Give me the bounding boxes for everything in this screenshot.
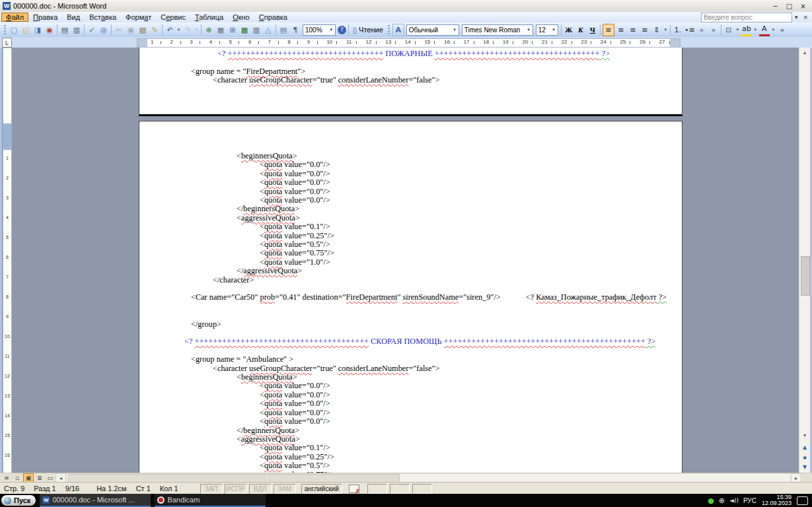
document-line[interactable]: <quota value="0.75"/> xyxy=(139,249,682,257)
vertical-ruler[interactable]: 12345678910111213141516 xyxy=(3,48,12,474)
document-line[interactable]: <quota value="0.0"/> xyxy=(139,160,682,169)
save-icon[interactable]: ◨ xyxy=(32,24,43,36)
previous-page-icon[interactable]: ▲ xyxy=(799,442,810,452)
font-color-dropdown-icon[interactable]: ▾ xyxy=(771,24,776,36)
task-word[interactable]: W000000.doc - Microsoft ... xyxy=(40,494,151,507)
document-line[interactable]: </beginnersQuota> xyxy=(139,426,682,435)
toolbar-grip[interactable] xyxy=(4,25,6,35)
document-line[interactable] xyxy=(139,347,682,355)
scroll-down-icon[interactable]: ▾ xyxy=(799,430,810,440)
document-line[interactable]: <quota value="0.0"/> xyxy=(139,391,682,399)
undo-dropdown-icon[interactable]: ▾ xyxy=(176,24,181,36)
align-left-icon[interactable]: ≡ xyxy=(603,24,614,36)
volume-tray-icon[interactable]: ◄)) xyxy=(729,497,739,504)
network-tray-icon[interactable]: ⊕ xyxy=(719,496,725,505)
increase-indent-icon[interactable]: » xyxy=(708,24,719,36)
select-browse-object-icon[interactable]: ● xyxy=(799,452,810,462)
spelling-status-icon[interactable] xyxy=(349,485,359,493)
menu-вид[interactable]: Вид xyxy=(62,13,85,22)
scroll-up-icon[interactable]: ▴ xyxy=(799,48,810,57)
vertical-scroll-thumb[interactable] xyxy=(801,256,810,296)
clock[interactable]: 15:39 12.09.2023 xyxy=(762,494,792,506)
minimize-button[interactable]: − xyxy=(769,1,782,11)
document-line[interactable]: <quota value="0.1"/> xyxy=(139,444,682,452)
document-line[interactable]: <quota value="0.1"/> xyxy=(139,222,682,231)
research-icon[interactable]: ◎ xyxy=(98,24,109,36)
document-map-icon[interactable]: ▤ xyxy=(278,24,289,36)
document-line[interactable]: <group name = "FireDepartment"> xyxy=(139,67,682,76)
spelling-icon[interactable]: ✓ xyxy=(87,24,97,36)
document-line[interactable]: <quota value="0.5"/> xyxy=(139,461,682,470)
insert-hyperlink-icon[interactable]: ⊕ xyxy=(203,24,214,36)
style-select[interactable]: Обычный ▾ xyxy=(406,24,459,36)
font-select[interactable]: Times New Roman ▾ xyxy=(462,24,533,36)
page-1[interactable]: <? ++++++++++++++++++++++++++++++++++ ПО… xyxy=(139,48,683,116)
menu-правка[interactable]: Правка xyxy=(28,13,62,22)
bold-button[interactable]: Ж xyxy=(564,24,574,36)
next-page-icon[interactable]: ▼ xyxy=(799,462,810,472)
scroll-left-icon[interactable]: ◂ xyxy=(55,473,66,483)
language-indicator[interactable]: РУС xyxy=(743,497,757,504)
web-layout-view-button[interactable]: ▫ xyxy=(13,474,22,482)
menu-формат[interactable]: Формат xyxy=(121,13,156,22)
document-line[interactable]: <quota value="0.25"/> xyxy=(139,453,682,461)
outline-view-button[interactable]: ≣ xyxy=(35,474,44,482)
menu-вставка[interactable]: Вставка xyxy=(85,13,121,22)
page-2[interactable]: <beginnersQuota><quota value="0.0"/><quo… xyxy=(139,121,683,504)
borders-dropdown-icon[interactable]: ▾ xyxy=(735,24,740,36)
status-mode-вдл[interactable]: ВДЛ xyxy=(249,484,272,494)
document-line[interactable]: <quota value="0.25"/> xyxy=(139,232,682,240)
redo-dropdown-icon[interactable]: ▾ xyxy=(194,24,199,36)
decrease-indent-icon[interactable]: « xyxy=(696,24,707,36)
document-line[interactable]: <aggressiveQuota> xyxy=(139,435,682,444)
menu-файл[interactable]: Файл xyxy=(1,13,28,22)
highlight-dropdown-icon[interactable]: ▾ xyxy=(753,24,758,36)
document-line[interactable]: <quota value="0.0"/> xyxy=(139,178,682,187)
document-line[interactable] xyxy=(139,329,682,337)
document-line[interactable]: </group> xyxy=(139,320,682,329)
italic-button[interactable]: К xyxy=(575,24,586,36)
formatting-toolbar-grip[interactable] xyxy=(388,25,390,35)
copy-icon[interactable]: ▣ xyxy=(126,24,136,36)
redo-icon[interactable]: ↷ xyxy=(182,24,193,36)
menu-сервис[interactable]: Сервис xyxy=(156,13,190,22)
show-desktop-icon[interactable] xyxy=(797,496,808,505)
document-line[interactable]: <? ++++++++++++++++++++++++++++++++++ ПО… xyxy=(139,50,682,58)
restore-button[interactable]: □ xyxy=(783,1,795,11)
cut-icon[interactable]: ✂ xyxy=(114,24,124,36)
insert-table-icon[interactable]: ⊞ xyxy=(227,24,238,36)
document-line[interactable]: <Car name="Car50" prob="0.41" destinatio… xyxy=(139,293,682,302)
document-line[interactable]: </beginnersQuota> xyxy=(139,205,682,213)
normal-view-button[interactable]: ≡ xyxy=(2,474,11,482)
undo-icon[interactable]: ↶ xyxy=(165,24,175,36)
close-button[interactable]: × xyxy=(797,1,809,11)
new-document-icon[interactable]: ▢ xyxy=(9,24,19,36)
menu-таблица[interactable]: Таблица xyxy=(190,13,228,22)
document-line[interactable]: <beginnersQuota> xyxy=(139,373,682,382)
status-mode-зам[interactable]: ЗАМ xyxy=(274,484,296,494)
document-line[interactable]: <group name = "Ambulance" > xyxy=(139,355,682,364)
highlight-icon[interactable]: ab xyxy=(741,23,752,36)
print-preview-icon[interactable]: ▥ xyxy=(71,24,82,36)
document-line[interactable]: <quota value="0.0"/> xyxy=(139,399,682,408)
horizontal-ruler[interactable]: 1234567891011121314151617181920212223242… xyxy=(137,38,681,48)
status-mode-зап[interactable]: ЗАП xyxy=(200,484,223,494)
reading-view-button[interactable]: ▭ xyxy=(46,474,55,482)
scroll-right-icon[interactable]: ▸ xyxy=(791,473,801,483)
tables-borders-icon[interactable]: ▦ xyxy=(215,24,226,36)
status-language[interactable]: английский xyxy=(301,484,342,494)
paste-icon[interactable]: ▧ xyxy=(137,24,148,36)
menubar-close-icon[interactable]: × xyxy=(800,14,811,20)
help-icon[interactable]: ? xyxy=(338,26,346,34)
document-line[interactable]: <character useGroupCharacter="true" cons… xyxy=(139,76,682,84)
underline-button[interactable]: Ч xyxy=(587,24,598,36)
styles-pane-icon[interactable]: A xyxy=(392,24,404,36)
document-line[interactable]: <beginnersQuota> xyxy=(139,152,682,160)
document-line[interactable]: <quota value="0.0"/> xyxy=(139,382,682,390)
columns-icon[interactable]: ▥ xyxy=(251,24,262,36)
align-center-icon[interactable]: ≡ xyxy=(616,24,626,36)
drawing-icon[interactable]: △ xyxy=(263,24,274,36)
document-line[interactable] xyxy=(139,311,682,320)
document-line[interactable] xyxy=(139,302,682,311)
open-folder-icon[interactable]: ◱ xyxy=(20,24,31,36)
